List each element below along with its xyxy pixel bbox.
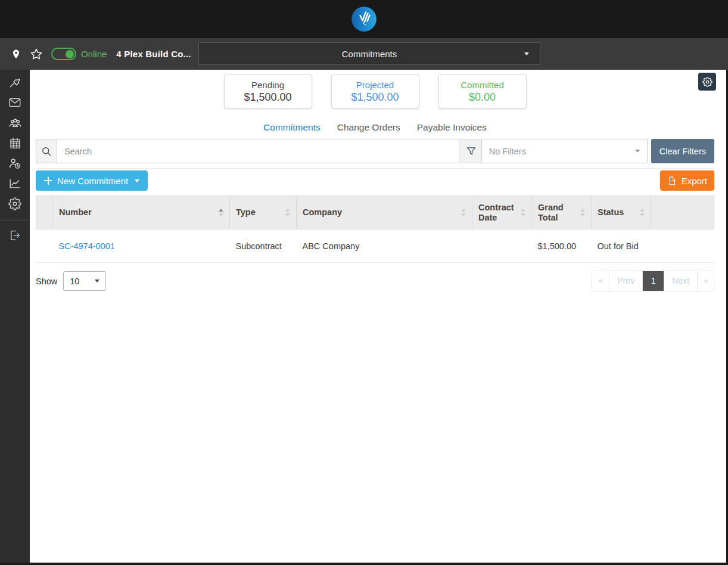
gear-icon (8, 197, 21, 210)
tab-commitments[interactable]: Commitments (263, 122, 321, 133)
table-row: SC-4974-0001 Subcontract ABC Company $1,… (36, 229, 714, 263)
sidebar-item-calendar[interactable] (0, 133, 30, 153)
table-footer: Show 10 « Prev 1 Next » (36, 271, 714, 291)
pending-value: $1,500.00 (244, 91, 291, 104)
projected-summary-card[interactable]: Projected $1,500.00 (331, 74, 419, 108)
column-header-status[interactable]: Status (592, 196, 651, 229)
favorite-star-icon[interactable] (30, 48, 43, 61)
app-window: Online 4 Plex Build Co... Commitments (0, 0, 728, 565)
line-chart-icon (8, 177, 21, 190)
page-selector-dropdown[interactable]: Commitments (198, 42, 540, 65)
sidebar-item-messages[interactable] (0, 92, 30, 113)
page-size-value: 10 (70, 277, 79, 286)
search-icon-box (36, 139, 57, 163)
actions-row: New Commitment Export (36, 170, 714, 191)
column-header-number[interactable]: Number (53, 196, 230, 229)
row-actions-cell (651, 229, 714, 263)
tab-bar: Commitments Change Orders Payable Invoic… (36, 122, 714, 133)
top-bar (0, 0, 728, 38)
pending-label: Pending (251, 80, 284, 91)
sidebar-item-reports[interactable] (0, 173, 30, 194)
tab-change-orders[interactable]: Change Orders (337, 122, 400, 133)
pending-summary-card[interactable]: Pending $1,500.00 (224, 74, 312, 108)
filter-icon-box (461, 139, 482, 163)
export-label: Export (682, 176, 707, 186)
row-number-cell: SC-4974-0001 (53, 229, 230, 263)
pagination: « Prev 1 Next » (592, 271, 714, 291)
online-label: Online (81, 49, 107, 59)
sidebar-item-directory[interactable] (0, 113, 30, 133)
calendar-icon (9, 137, 21, 150)
hammer-icon (8, 76, 21, 89)
pagination-last[interactable]: » (697, 271, 714, 291)
page-settings-button[interactable] (698, 73, 716, 91)
row-type-cell: Subcontract (230, 229, 297, 263)
pagination-first[interactable]: « (592, 271, 609, 291)
sidebar-item-time-clock[interactable] (0, 153, 30, 173)
new-commitment-label: New Commitment (57, 176, 128, 186)
select-column-header[interactable] (36, 196, 53, 229)
filters-group: No Filters Clear Filters (461, 139, 714, 163)
time-clock-icon (8, 157, 21, 170)
column-header-company[interactable]: Company (297, 196, 472, 229)
sidebar-item-settings[interactable] (0, 194, 30, 214)
sort-icon (461, 209, 466, 216)
toggle-knob (66, 50, 74, 58)
buildertrend-logo[interactable] (351, 7, 377, 32)
column-header-type[interactable]: Type (230, 196, 297, 229)
row-grand-total-cell: $1,500.00 (532, 229, 592, 263)
actions-column-header (651, 196, 714, 229)
project-bar: Online 4 Plex Build Co... Commitments (0, 38, 728, 70)
tab-payable-invoices[interactable]: Payable Invoices (417, 122, 487, 133)
column-header-contract-date[interactable]: Contract Date (472, 196, 532, 229)
new-commitment-button[interactable]: New Commitment (36, 170, 148, 191)
caret-down-icon (135, 179, 139, 182)
main-content: Pending $1,500.00 Projected $1,500.00 Co… (30, 70, 726, 563)
envelope-icon (8, 96, 21, 109)
search-filter-row: No Filters Clear Filters (36, 139, 714, 169)
page-size-select[interactable]: 10 (63, 271, 106, 291)
project-name[interactable]: 4 Plex Build Co... (116, 49, 191, 59)
online-toggle[interactable] (51, 48, 76, 60)
logout-icon (8, 229, 21, 242)
sort-icon (521, 209, 525, 216)
pagination-next[interactable]: Next (664, 271, 697, 291)
search-group (36, 139, 459, 163)
row-select-cell (36, 229, 53, 263)
export-button[interactable]: Export (660, 170, 714, 191)
sidebar-item-logout[interactable] (0, 225, 30, 246)
committed-value: $0.00 (469, 91, 496, 104)
sidebar-item-jobs[interactable] (0, 72, 30, 92)
sort-icon (580, 209, 585, 216)
location-pin-icon[interactable] (11, 48, 21, 61)
filters-placeholder: No Filters (489, 147, 526, 156)
commitment-link[interactable]: SC-4974-0001 (59, 241, 115, 251)
projected-value: $1,500.00 (351, 91, 399, 104)
pagination-prev[interactable]: Prev (609, 271, 642, 291)
page-selector-label: Commitments (342, 49, 397, 59)
caret-down-icon (95, 280, 99, 282)
row-contract-date-cell (472, 229, 532, 263)
export-icon (667, 176, 677, 186)
column-header-grand-total[interactable]: Grand Total (532, 196, 592, 229)
caret-down-icon (524, 52, 529, 55)
committed-label: Committed (461, 80, 504, 91)
sort-icon (640, 209, 645, 216)
row-status-cell: Out for Bid (592, 229, 651, 263)
funnel-icon (465, 145, 477, 157)
sort-icon (285, 209, 290, 216)
pagination-page-1[interactable]: 1 (642, 271, 664, 291)
commitments-table: Number Type Company Contract Date (36, 195, 714, 263)
committed-summary-card[interactable]: Committed $0.00 (438, 74, 527, 108)
table-header-row: Number Type Company Contract Date (36, 196, 714, 229)
sidebar-divider (0, 220, 30, 221)
gear-icon (702, 77, 713, 87)
clear-filters-button[interactable]: Clear Filters (651, 139, 714, 163)
projected-label: Projected (356, 80, 394, 91)
search-icon (41, 145, 52, 157)
sort-icon (219, 209, 223, 216)
team-icon (8, 116, 22, 130)
filters-dropdown[interactable]: No Filters (482, 139, 648, 163)
search-input[interactable] (57, 139, 459, 163)
row-company-cell: ABC Company (297, 229, 472, 263)
